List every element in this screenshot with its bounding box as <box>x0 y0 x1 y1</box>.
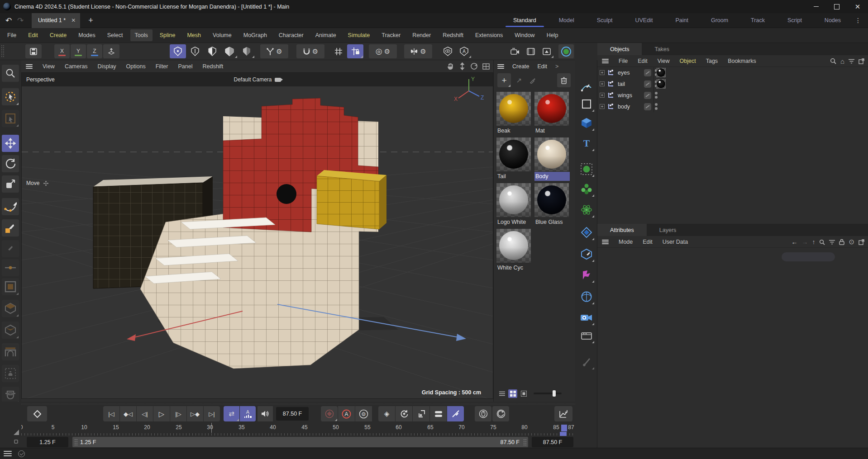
symmetry-settings-gear-icon[interactable]: ⚙ <box>420 47 426 56</box>
magnet-settings-gear-icon[interactable]: ⚙ <box>312 47 318 56</box>
maximize-button[interactable] <box>826 0 847 13</box>
objects-menu-tags[interactable]: Tags <box>706 58 718 64</box>
volume-builder-tool[interactable] <box>578 224 595 241</box>
layout-overflow-icon[interactable]: ⋮ <box>852 17 868 24</box>
viewport-canvas[interactable]: Perspective Default Camera Y X Z Move Gr… <box>21 72 493 399</box>
object-row-body[interactable]: body <box>597 101 868 112</box>
object-name[interactable]: eyes <box>618 70 641 76</box>
material-tail[interactable]: Tail <box>496 137 532 181</box>
track-target-icon[interactable]: ⊙ <box>849 238 854 246</box>
record-keyframe-button[interactable] <box>321 406 338 421</box>
key-scale-button[interactable] <box>413 406 429 421</box>
magnet-snap-button[interactable]: ⚙ <box>296 44 324 58</box>
menu-animate[interactable]: Animate <box>315 32 336 38</box>
detach-icon[interactable] <box>858 239 864 245</box>
current-frame-marker[interactable] <box>561 425 567 431</box>
paint-brush-tool[interactable] <box>578 353 595 370</box>
object-row-tail[interactable]: tail <box>597 78 868 90</box>
polygons-mode-button[interactable] <box>204 44 220 58</box>
next-frame-button[interactable]: |▷ <box>170 406 186 421</box>
model-mode-button[interactable] <box>221 44 238 58</box>
menu-spline[interactable]: Spline <box>160 32 176 38</box>
viewport-menu-panel[interactable]: Panel <box>178 63 192 70</box>
timeline-ruler[interactable]: 0 5 10 15 20 25 30 35 40 45 50 55 60 65 … <box>21 423 575 433</box>
pan-hand-icon[interactable] <box>447 62 454 70</box>
menu-edit[interactable]: Edit <box>28 32 38 38</box>
parent-up-icon[interactable]: ↑ <box>812 238 815 246</box>
instance-tool[interactable] <box>578 161 595 177</box>
layout-tab-sculpt[interactable]: Sculpt <box>586 13 624 28</box>
material-mat[interactable]: Mat <box>534 92 570 135</box>
redo-icon[interactable]: ↷ <box>14 15 26 26</box>
new-document-tab-button[interactable]: + <box>85 16 97 25</box>
points-mode-button[interactable] <box>170 44 186 58</box>
edit-toggle-icon[interactable] <box>644 92 651 99</box>
layout-tab-paint[interactable]: Paint <box>664 13 700 28</box>
attributes-menu-mode[interactable]: Mode <box>619 239 633 245</box>
lock-x-axis-button[interactable]: X <box>54 44 70 58</box>
viewport-solo-button[interactable] <box>440 44 455 58</box>
search-icon[interactable] <box>830 58 836 64</box>
lock-icon[interactable] <box>839 239 844 245</box>
material-body[interactable]: Body <box>534 137 570 181</box>
filter-icon[interactable] <box>829 240 835 245</box>
timeline-corner-widget2[interactable] <box>14 440 18 444</box>
objects-menu-edit[interactable]: Edit <box>638 58 648 64</box>
detach-icon[interactable] <box>858 58 864 64</box>
tweak-mode-button[interactable]: ⚙ <box>260 44 288 58</box>
move-tool[interactable] <box>2 135 19 152</box>
history-forward-icon[interactable]: → <box>801 238 808 246</box>
layout-tab-uvedit[interactable]: UVEdit <box>624 13 664 28</box>
current-frame-field[interactable]: 87.50 F <box>276 407 309 421</box>
timeline-tick-strip[interactable] <box>21 433 575 436</box>
layout-tab-model[interactable]: Model <box>548 13 586 28</box>
weight-tool[interactable] <box>2 365 19 382</box>
materials-menu-icon[interactable] <box>497 64 504 69</box>
menu-render[interactable]: Render <box>412 32 431 38</box>
menu-simulate[interactable]: Simulate <box>348 32 370 38</box>
minimize-button[interactable] <box>806 0 826 13</box>
record-mouse-button[interactable] <box>475 406 491 421</box>
environment-tool[interactable] <box>578 288 595 305</box>
render-view-button[interactable] <box>508 44 522 58</box>
tab-attributes[interactable]: Attributes <box>597 224 647 236</box>
viewport-menu-redshift[interactable]: Redshift <box>202 63 223 70</box>
edit-toggle-icon[interactable] <box>644 103 651 110</box>
auto-mode-button[interactable]: A <box>456 44 472 58</box>
key-position-button[interactable]: ◈ <box>378 406 395 421</box>
status-menu-icon[interactable] <box>4 451 12 456</box>
material-blue-glass[interactable]: Blue Glass <box>534 183 570 227</box>
stage-tool[interactable] <box>578 327 595 344</box>
add-material-button[interactable]: + <box>497 73 511 87</box>
object-name[interactable]: body <box>618 104 641 110</box>
deformer-tool[interactable] <box>578 266 595 283</box>
object-row-wings[interactable]: wings <box>597 90 868 101</box>
simulation-tool[interactable] <box>578 201 595 218</box>
primitive-cube-tool[interactable] <box>578 114 595 131</box>
materials-menu-create[interactable]: Create <box>512 63 529 70</box>
menu-help[interactable]: Help <box>547 32 558 38</box>
range-right-grip[interactable] <box>523 439 526 445</box>
texture-mode-button[interactable] <box>238 44 255 58</box>
attributes-menu-icon[interactable] <box>602 240 609 244</box>
volume-mesher-tool[interactable] <box>578 246 595 262</box>
keying-settings-button[interactable]: ⚙ <box>355 406 372 421</box>
bridge-tool[interactable] <box>2 343 19 360</box>
render-settings-button[interactable] <box>539 44 554 58</box>
viewport-zoom-tool[interactable] <box>2 65 19 82</box>
preview-marker[interactable] <box>211 423 212 433</box>
material-white-cyc[interactable]: White Cyc <box>496 229 532 272</box>
scale-tool[interactable] <box>2 175 19 193</box>
thumbnail-size-slider[interactable] <box>534 393 562 394</box>
menu-modes[interactable]: Modes <box>78 32 95 38</box>
menu-character[interactable]: Character <box>279 32 304 38</box>
rotate-tool[interactable] <box>2 155 19 172</box>
viewport-menu-filter[interactable]: Filter <box>156 63 168 70</box>
range-left-grip[interactable] <box>74 439 77 445</box>
spline-pen-tool[interactable] <box>2 198 19 215</box>
material-tag-tail[interactable] <box>656 79 666 89</box>
menu-volume[interactable]: Volume <box>213 32 232 38</box>
fcurve-editor-button[interactable] <box>554 406 572 421</box>
material-logo-white[interactable]: Logo White <box>496 183 532 227</box>
list-view-icon[interactable] <box>497 389 506 398</box>
